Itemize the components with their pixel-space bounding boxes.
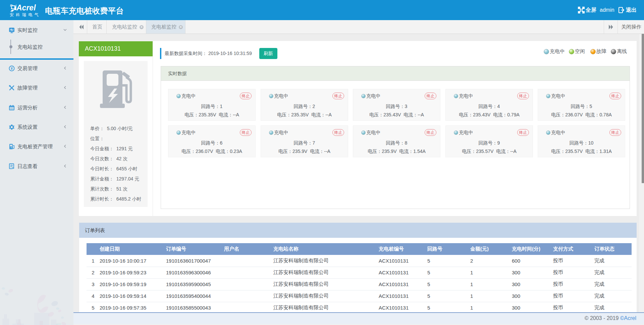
svg-text:Acrel: Acrel (16, 3, 36, 12)
svg-text:¥: ¥ (11, 67, 13, 70)
